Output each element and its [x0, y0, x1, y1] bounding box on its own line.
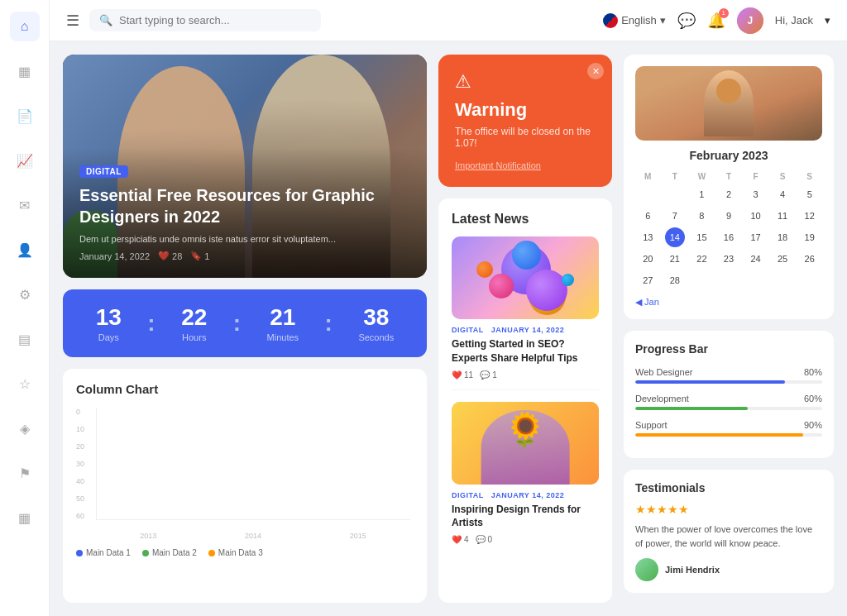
- cal-empty-2: [665, 184, 685, 204]
- progress-label-web-designer: Web Designer 80%: [635, 367, 822, 377]
- cal-header-s2: S: [797, 170, 822, 183]
- user-chevron-icon: ▾: [825, 14, 830, 26]
- progress-fill-1: [635, 380, 785, 384]
- hero-meta: January 14, 2022 ❤️ 28 🔖 1: [79, 251, 410, 261]
- warning-close-button[interactable]: ✕: [587, 63, 604, 79]
- cal-day-2[interactable]: 2: [719, 184, 739, 204]
- cal-prev-button[interactable]: ◀ Jan: [635, 297, 659, 308]
- comment-button[interactable]: 💬: [677, 12, 696, 30]
- sidebar-item-gear2[interactable]: ◈: [10, 413, 40, 443]
- news-heading-1: Getting Started in SEO? Experts Share He…: [452, 337, 599, 365]
- warning-link[interactable]: Important Notification: [455, 160, 596, 170]
- chart-bars: [96, 408, 410, 520]
- sidebar-item-settings[interactable]: ⚙: [10, 279, 40, 309]
- countdown-sep-1: :: [147, 310, 155, 337]
- ball-pink: [489, 274, 514, 298]
- sidebar-item-chart[interactable]: 📈: [10, 146, 40, 175]
- news-section: Latest News: [438, 198, 612, 603]
- flower-bouquet: 🌻: [505, 410, 546, 449]
- warning-card: ✕ ⚠ Warning The office will be closed on…: [438, 55, 612, 187]
- testimonials-title: Testimonials: [635, 481, 822, 494]
- news-likes-1: ❤️ 11: [452, 370, 473, 380]
- cal-day-28[interactable]: 28: [665, 270, 685, 290]
- notification-button[interactable]: 🔔 1: [707, 12, 725, 30]
- progress-label-development: Development 60%: [635, 394, 822, 404]
- hero-likes: ❤️ 28: [158, 251, 182, 261]
- cal-day-12[interactable]: 12: [800, 206, 820, 226]
- cal-day-5[interactable]: 5: [800, 184, 820, 204]
- countdown-minutes: 21 Minutes: [267, 304, 299, 342]
- search-input[interactable]: [119, 14, 311, 26]
- countdown-widget: 13 Days : 22 Hours : 21 Minutes :: [63, 289, 427, 357]
- sidebar-item-table[interactable]: ▦: [10, 503, 40, 532]
- cal-day-6[interactable]: 6: [638, 206, 658, 226]
- cal-day-21[interactable]: 21: [665, 249, 685, 269]
- legend-label-3: Main Data 3: [218, 548, 263, 557]
- chevron-down-icon: ▾: [660, 14, 666, 26]
- ball-violet: [526, 270, 567, 311]
- sidebar-item-dashboard[interactable]: ▦: [10, 56, 40, 86]
- cal-day-20[interactable]: 20: [638, 249, 658, 269]
- middle-column: ✕ ⚠ Warning The office will be closed on…: [438, 55, 612, 603]
- calendar-card: February 2023 M T W T F S S 1 2: [624, 55, 834, 319]
- news-item-2: 🌻 DIGITAL January 14, 2022 Inspiring Des…: [452, 402, 599, 555]
- progress-item-web-designer: Web Designer 80%: [635, 367, 822, 384]
- content-area: DIGITAL Essential Free Resources for Gra…: [50, 41, 847, 616]
- testimonial-text: When the power of love overcomes the lov…: [635, 523, 822, 550]
- calendar-grid: M T W T F S S 1 2 3 4 5: [635, 170, 822, 290]
- progress-percent-3: 90%: [804, 420, 822, 430]
- cal-day-11[interactable]: 11: [773, 206, 792, 226]
- progress-bg-3: [635, 433, 822, 437]
- sidebar-item-star[interactable]: ☆: [10, 369, 40, 399]
- sidebar-item-flag[interactable]: ⚑: [10, 458, 40, 488]
- cal-day-3[interactable]: 3: [746, 184, 766, 204]
- progress-fill-3: [635, 433, 803, 437]
- author-name: Jimi Hendrix: [665, 565, 720, 575]
- sidebar-item-home[interactable]: ⌂: [10, 12, 40, 41]
- cal-day-18[interactable]: 18: [773, 227, 792, 247]
- language-selector[interactable]: English ▾: [603, 13, 666, 28]
- legend-dot-1: [76, 550, 83, 556]
- sidebar-item-user[interactable]: 👤: [10, 235, 40, 265]
- cal-day-23[interactable]: 23: [719, 249, 739, 269]
- news-image-1: [452, 236, 599, 319]
- cal-day-25[interactable]: 25: [773, 249, 792, 269]
- cal-day-26[interactable]: 26: [800, 249, 820, 269]
- hero-bookmarks: 🔖 1: [190, 251, 209, 261]
- cal-day-10[interactable]: 10: [746, 206, 766, 226]
- cal-day-8[interactable]: 8: [691, 206, 711, 226]
- sidebar-item-files[interactable]: 📄: [10, 101, 40, 131]
- cal-day-17[interactable]: 17: [746, 227, 766, 247]
- legend-main-data-3: Main Data 3: [208, 548, 263, 557]
- cal-day-24[interactable]: 24: [746, 249, 766, 269]
- cal-day-1[interactable]: 1: [691, 184, 711, 204]
- cal-day-16[interactable]: 16: [719, 227, 739, 247]
- cal-day-14-today[interactable]: 14: [665, 227, 685, 247]
- left-column: DIGITAL Essential Free Resources for Gra…: [63, 55, 427, 603]
- cal-day-9[interactable]: 9: [719, 206, 739, 226]
- cal-day-27[interactable]: 27: [638, 270, 658, 290]
- sidebar-item-mail[interactable]: ✉: [10, 190, 40, 220]
- cal-header-f: F: [743, 170, 768, 183]
- cal-day-4[interactable]: 4: [773, 184, 792, 204]
- sidebar-item-grid[interactable]: ▤: [10, 324, 40, 354]
- news-tag-2: DIGITAL January 14, 2022: [452, 491, 599, 499]
- cal-day-7[interactable]: 7: [665, 206, 685, 226]
- cal-header-s1: S: [770, 170, 796, 183]
- cal-day-19[interactable]: 19: [800, 227, 820, 247]
- cal-day-15[interactable]: 15: [691, 227, 711, 247]
- user-greeting[interactable]: Hi, Jack: [775, 14, 813, 26]
- cal-day-22[interactable]: 22: [691, 249, 711, 269]
- progress-card: Progress Bar Web Designer 80% Developmen…: [624, 331, 834, 458]
- hamburger-button[interactable]: ☰: [66, 12, 79, 30]
- chart-title: Column Chart: [76, 382, 414, 396]
- search-bar[interactable]: 🔍: [89, 9, 321, 31]
- ball-blue: [512, 241, 541, 270]
- cal-day-13[interactable]: 13: [638, 227, 658, 247]
- avatar[interactable]: J: [737, 7, 763, 34]
- progress-name-2: Development: [635, 394, 689, 404]
- author-avatar: [635, 558, 658, 581]
- language-label: English: [621, 14, 657, 26]
- news-comments-2: 💬 0: [476, 535, 493, 544]
- calendar-top-photo: [635, 66, 822, 141]
